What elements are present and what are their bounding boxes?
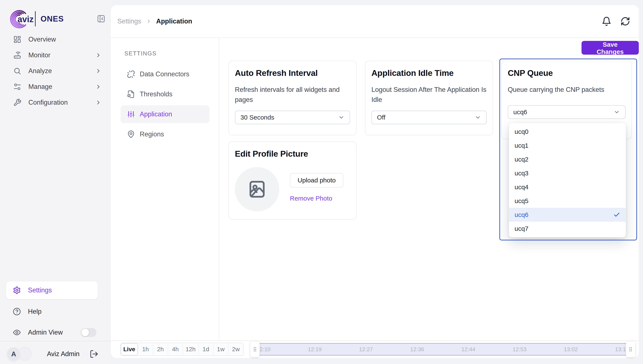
chevron-right-icon: [95, 68, 102, 74]
upload-photo-button[interactable]: Upload photo: [290, 173, 343, 188]
card-title: Auto Refresh Interval: [235, 68, 350, 78]
time-range-button[interactable]: 4h: [168, 343, 183, 356]
card-title: CNP Queue: [508, 68, 625, 78]
card-description: Refresh intervals for all widgets and pa…: [235, 84, 350, 105]
dropdown-option[interactable]: ucq0: [509, 125, 626, 138]
nav-icon: [13, 36, 21, 44]
sidebar-nav-item[interactable]: Analyze: [7, 63, 105, 79]
card-title: Application Idle Time: [372, 68, 487, 78]
sidebar-nav-item[interactable]: Monitor: [7, 47, 105, 63]
subnav-item[interactable]: Thresholds: [121, 85, 209, 103]
subnav-icon: [127, 130, 135, 138]
toggle-knob: [81, 328, 89, 336]
option-label: ucq2: [515, 156, 620, 163]
timeline-handle-right[interactable]: [626, 342, 635, 357]
timeline-track[interactable]: 12:10 12:19 12:27 12:36 12:44 12:53 13:0…: [254, 343, 632, 356]
product-name: ONES: [41, 14, 64, 24]
user-name: Aviz Admin: [47, 350, 90, 358]
chevron-down-icon: [613, 109, 620, 115]
card-title: Edit Profile Picture: [235, 149, 350, 158]
dropdown-option[interactable]: ucq6: [509, 208, 626, 222]
time-range-button[interactable]: 12h: [183, 343, 199, 356]
time-range-button[interactable]: 2h: [153, 343, 168, 356]
nav-label: Analyze: [28, 67, 95, 75]
breadcrumb-settings[interactable]: Settings: [117, 18, 141, 25]
sidebar-footer-divider: [0, 341, 111, 342]
time-range-button[interactable]: 1d: [199, 343, 214, 356]
chevron-right-icon: [95, 52, 102, 58]
sidebar-nav-item[interactable]: Configuration: [7, 94, 105, 110]
dropdown-option[interactable]: ucq3: [509, 166, 626, 180]
logout-button[interactable]: [90, 349, 99, 359]
brand-logo: aviz ONES: [9, 6, 105, 32]
time-tick-label: 13:02: [564, 346, 578, 353]
sidebar-nav-item[interactable]: Overview: [7, 32, 105, 47]
time-tick-label: 12:53: [513, 346, 526, 353]
avatar[interactable]: A: [7, 347, 33, 361]
dropdown-option[interactable]: ucq7: [509, 222, 626, 236]
time-range-bar: Live 1h 2h 4h 12h 1d: [111, 340, 639, 358]
sidebar: aviz ONES Overview Monitor Analyze: [0, 0, 111, 364]
select-value: 30 Seconds: [240, 114, 338, 121]
time-range-label: 4h: [172, 346, 179, 353]
dropdown-option[interactable]: ucq4: [509, 180, 626, 194]
cnp-queue-select[interactable]: ucq6: [508, 105, 625, 119]
time-range-label: 1h: [142, 346, 149, 353]
logo-divider: [35, 11, 36, 26]
save-changes-button[interactable]: Save Changes: [581, 41, 639, 54]
settings-label: Settings: [28, 286, 52, 294]
idle-time-select[interactable]: Off: [372, 110, 487, 124]
page-header: Settings Application: [111, 5, 639, 38]
gear-icon: [13, 286, 21, 294]
help-label: Help: [28, 308, 98, 316]
dropdown-option[interactable]: ucq1: [509, 138, 626, 152]
sidebar-item-admin-view: Admin View: [6, 324, 98, 340]
grip-icon: [629, 347, 632, 352]
time-range-button[interactable]: Live: [121, 343, 138, 356]
nav-icon: [13, 83, 21, 91]
sidebar-item-settings[interactable]: Settings: [6, 281, 98, 299]
aviz-logo-text: aviz: [18, 14, 34, 24]
logout-icon: [90, 350, 99, 358]
option-label: ucq6: [515, 211, 613, 218]
admin-view-label: Admin View: [28, 328, 81, 336]
admin-view-toggle[interactable]: [81, 328, 96, 337]
eye-icon: [13, 328, 21, 336]
dropdown-option[interactable]: ucq2: [509, 152, 626, 166]
auto-refresh-select[interactable]: 30 Seconds: [235, 110, 350, 124]
settings-content: Save Changes Auto Refresh Interval Refre…: [219, 38, 639, 340]
time-range-button[interactable]: 1w: [214, 343, 228, 356]
notifications-button[interactable]: [602, 16, 611, 26]
subnav-list: Data Connectors Thresholds Application: [121, 65, 209, 145]
settings-subnav: SETTINGS Data Connectors Thresholds: [111, 38, 219, 340]
time-range-label: 2h: [157, 346, 164, 353]
dropdown-option[interactable]: ucq5: [509, 194, 626, 208]
sidebar-item-help[interactable]: Help: [6, 304, 98, 320]
refresh-button[interactable]: [620, 16, 630, 26]
subnav-label: Regions: [140, 130, 164, 138]
time-range-label: Live: [123, 346, 135, 353]
time-range-label: 1w: [217, 346, 225, 353]
timeline-handle-left[interactable]: [250, 342, 260, 357]
timeline-slider: 12:10 12:19 12:27 12:36 12:44 12:53 13:0…: [254, 343, 632, 356]
sidebar-collapse-button[interactable]: [96, 13, 107, 24]
time-range-button[interactable]: 2w: [228, 343, 243, 356]
subnav-label: Data Connectors: [140, 70, 189, 78]
profile-picture-card: Edit Profile Picture Upload photo Remove…: [228, 142, 357, 220]
subnav-icon: [127, 70, 135, 78]
time-range-group: Live 1h 2h 4h 12h 1d: [120, 343, 244, 356]
subnav-item[interactable]: Regions: [121, 125, 209, 143]
card-description: Logout Session After The Application Is …: [372, 84, 487, 105]
subnav-icon: [127, 90, 135, 98]
chevron-down-icon: [475, 114, 481, 120]
help-circle-icon: [13, 308, 21, 316]
subnav-item[interactable]: Application: [121, 105, 209, 123]
subnav-section-title: SETTINGS: [124, 50, 157, 57]
subnav-item[interactable]: Data Connectors: [121, 65, 209, 83]
time-tick-label: 12:44: [461, 346, 475, 353]
remove-photo-link[interactable]: Remove Photo: [290, 195, 332, 202]
cnp-queue-dropdown: ucq0 ucq1 ucq2 ucq3: [509, 123, 626, 238]
nav-label: Monitor: [28, 51, 95, 59]
time-range-button[interactable]: 1h: [138, 343, 153, 356]
sidebar-nav-item[interactable]: Manage: [7, 79, 105, 94]
